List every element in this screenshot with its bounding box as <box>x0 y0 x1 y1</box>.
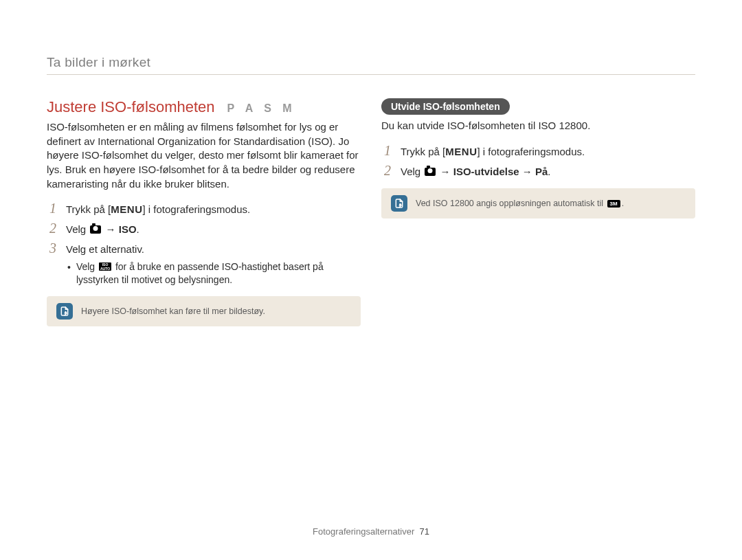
step-text: Trykk på [MENU] i fotograferingsmodus. <box>401 143 585 159</box>
step-text: Trykk på [MENU] i fotograferingsmodus. <box>66 201 250 216</box>
note-icon <box>391 195 407 212</box>
page-footer: Fotograferingsalternativer 71 <box>0 526 742 537</box>
bullet-dot: • <box>67 260 71 287</box>
resolution-icon: 3M <box>607 200 620 208</box>
bullet-text: Velg ISOAUTO for å bruke en passende ISO… <box>76 260 361 287</box>
iso-auto-icon: ISOAUTO <box>99 262 111 271</box>
intro-paragraph: Du kan utvide ISO-følsomheten til ISO 12… <box>381 119 695 133</box>
step-1: 1 Trykk på [MENU] i fotograferingsmodus. <box>47 201 361 216</box>
step-number: 2 <box>47 221 59 235</box>
footer-label: Fotograferingsalternativer <box>313 526 414 537</box>
page-number: 71 <box>419 526 429 537</box>
steps-list: 1 Trykk på [MENU] i fotograferingsmodus.… <box>47 201 361 256</box>
step-text: Velg → ISO. <box>66 221 139 236</box>
note-box: Høyere ISO-følsomhet kan føre til mer bi… <box>47 296 361 326</box>
step-text: Velg et alternativ. <box>66 240 144 256</box>
bullet-list: • Velg ISOAUTO for å bruke en passende I… <box>47 260 361 287</box>
subheading-pill: Utvide ISO-følsomheten <box>381 98 510 115</box>
note-text: Høyere ISO-følsomhet kan føre til mer bi… <box>81 306 265 316</box>
note-text: Ved ISO 12800 angis oppløsningen automat… <box>416 199 624 208</box>
section-header: Ta bilder i mørket <box>47 55 695 75</box>
note-box: Ved ISO 12800 angis oppløsningen automat… <box>381 188 695 219</box>
bullet-item: • Velg ISOAUTO for å bruke en passende I… <box>67 260 361 287</box>
camera-icon <box>425 168 436 176</box>
menu-label: MENU <box>111 203 142 215</box>
page: Ta bilder i mørket Justere ISO-følsomhet… <box>0 0 742 326</box>
step-2: 2 Velg → ISO. <box>47 221 361 236</box>
step-2: 2 Velg → ISO-utvidelse → På. <box>381 163 695 179</box>
mode-indicator: P A S M <box>227 102 296 115</box>
step-number: 1 <box>47 201 59 215</box>
step-number: 1 <box>381 143 394 157</box>
step-number: 3 <box>47 240 59 255</box>
note-icon <box>56 303 73 320</box>
intro-paragraph: ISO-følsomheten er en måling av filmens … <box>47 120 361 191</box>
step-text: Velg → ISO-utvidelse → På. <box>401 163 550 179</box>
right-column: Utvide ISO-følsomheten Du kan utvide ISO… <box>381 98 695 326</box>
step-number: 2 <box>381 163 394 177</box>
step-1: 1 Trykk på [MENU] i fotograferingsmodus. <box>381 143 695 159</box>
two-column-layout: Justere ISO-følsomheten P A S M ISO-føls… <box>47 98 695 326</box>
heading: Justere ISO-følsomheten <box>47 98 215 116</box>
menu-label: MENU <box>445 146 477 157</box>
left-column: Justere ISO-følsomheten P A S M ISO-føls… <box>47 98 361 326</box>
heading-row: Justere ISO-følsomheten P A S M <box>47 98 361 116</box>
camera-icon <box>90 225 101 234</box>
step-3: 3 Velg et alternativ. <box>47 240 361 256</box>
steps-list: 1 Trykk på [MENU] i fotograferingsmodus.… <box>381 143 695 179</box>
